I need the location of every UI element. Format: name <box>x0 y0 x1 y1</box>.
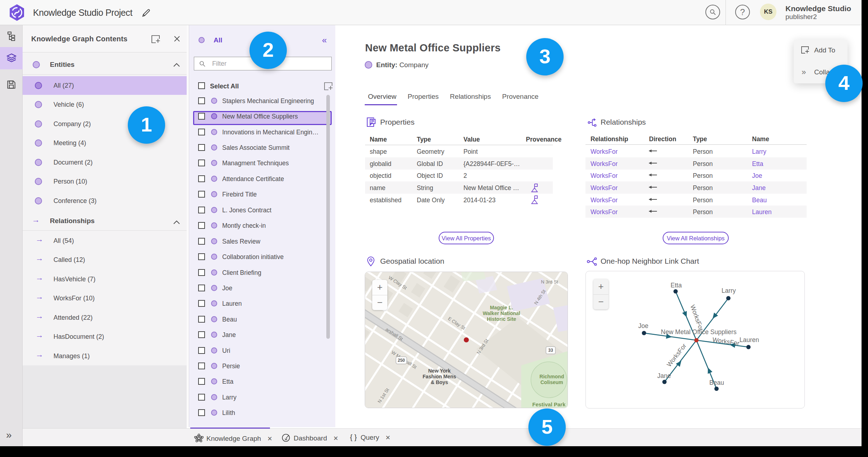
svg-text:Coliseum: Coliseum <box>540 379 563 385</box>
svg-text:N 3rd St: N 3rd St <box>541 279 558 285</box>
svg-text:Fashion Mens: Fashion Mens <box>423 374 456 379</box>
svg-text:& Boys: & Boys <box>431 379 448 385</box>
svg-text:Richmond: Richmond <box>540 374 564 379</box>
svg-text:Joe: Joe <box>638 322 648 329</box>
svg-text:New York: New York <box>428 368 451 374</box>
svg-text:Maggie L.: Maggie L. <box>490 305 513 310</box>
svg-text:WorksFor: WorksFor <box>712 336 740 347</box>
svg-text:Lauren: Lauren <box>739 336 759 343</box>
svg-text:Jane: Jane <box>657 372 671 379</box>
svg-text:Larry: Larry <box>722 287 736 294</box>
svg-text:Historic Site: Historic Site <box>487 316 516 322</box>
svg-text:Walker National: Walker National <box>483 310 521 316</box>
svg-text:33: 33 <box>548 348 553 353</box>
svg-text:Festival Park: Festival Park <box>532 401 566 407</box>
svg-text:Etta: Etta <box>671 282 682 289</box>
svg-text:250: 250 <box>398 358 405 363</box>
svg-text:Beau: Beau <box>709 379 724 386</box>
